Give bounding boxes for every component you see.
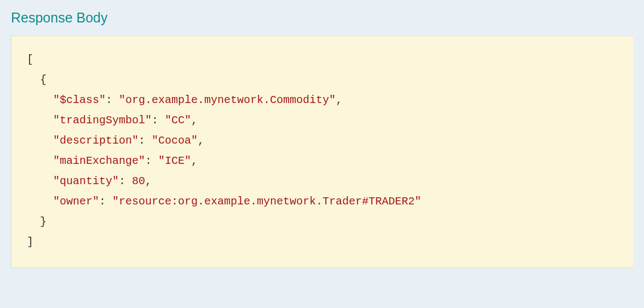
response-body-code[interactable]: [ { "$class": "org.example.mynetwork.Com…	[27, 49, 618, 252]
response-body-title: Response Body	[11, 10, 633, 26]
response-body-container: [ { "$class": "org.example.mynetwork.Com…	[11, 36, 633, 268]
